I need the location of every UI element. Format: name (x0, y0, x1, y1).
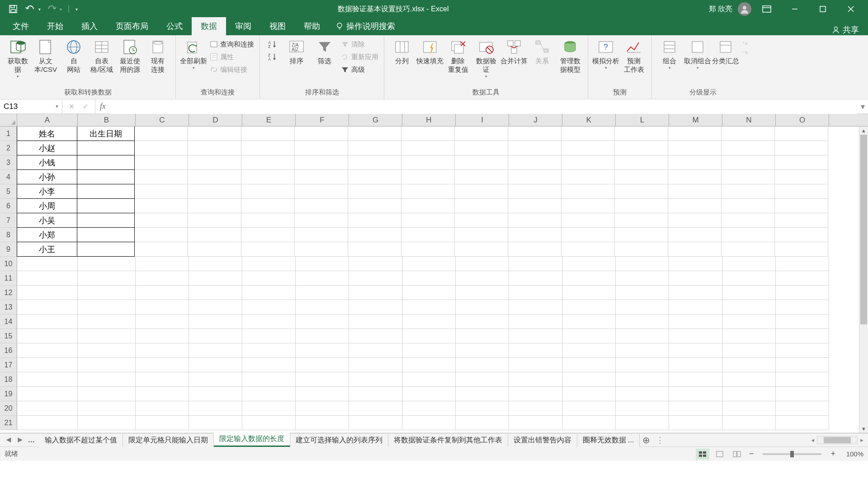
cell[interactable] (136, 401, 189, 416)
cell[interactable] (241, 141, 295, 155)
cell[interactable] (349, 286, 402, 300)
cell[interactable] (349, 401, 402, 416)
cell[interactable] (775, 213, 828, 228)
cell[interactable] (295, 199, 348, 213)
cell[interactable] (561, 170, 615, 184)
cell[interactable] (242, 416, 296, 430)
cell[interactable] (402, 271, 456, 286)
cell[interactable]: 小李 (17, 184, 77, 199)
cell[interactable] (561, 199, 615, 213)
tab-view[interactable]: 视图 (260, 17, 295, 35)
cell[interactable] (189, 271, 242, 286)
cell[interactable] (136, 372, 189, 387)
tab-review[interactable]: 审阅 (226, 17, 260, 35)
cell[interactable] (616, 271, 669, 286)
cell[interactable] (136, 257, 189, 271)
cell[interactable] (669, 271, 722, 286)
tab-help[interactable]: 帮助 (295, 17, 329, 35)
cell[interactable] (295, 170, 348, 184)
cell[interactable] (188, 127, 241, 141)
cell[interactable] (455, 242, 508, 257)
column-header[interactable]: M (669, 114, 722, 126)
cell[interactable] (669, 372, 722, 387)
vertical-scrollbar[interactable]: ▲ ▼ (859, 127, 868, 433)
cell[interactable] (775, 199, 828, 213)
cell[interactable] (241, 170, 295, 184)
cell[interactable] (402, 416, 456, 430)
cell[interactable] (561, 141, 615, 155)
add-sheet-button[interactable]: ⊕ (640, 435, 652, 446)
cell[interactable] (455, 199, 508, 213)
row-header[interactable]: 11 (0, 271, 17, 286)
cell[interactable] (776, 257, 829, 271)
cell[interactable] (241, 228, 295, 242)
row-header[interactable]: 12 (0, 286, 17, 300)
cell[interactable] (348, 141, 401, 155)
cell[interactable] (722, 155, 775, 170)
cell[interactable] (669, 329, 722, 343)
refresh-all-button[interactable]: 全部刷新▾ (179, 37, 208, 71)
cell[interactable] (136, 314, 189, 329)
cell[interactable] (295, 213, 348, 228)
cell[interactable] (78, 387, 136, 401)
cell[interactable] (241, 155, 295, 170)
cell[interactable] (242, 372, 296, 387)
cell[interactable] (615, 155, 668, 170)
cell[interactable] (669, 314, 722, 329)
cell[interactable] (562, 257, 616, 271)
cell[interactable] (135, 184, 188, 199)
cell[interactable] (349, 314, 402, 329)
cell[interactable] (296, 401, 349, 416)
fx-icon[interactable]: fx (95, 102, 110, 111)
cell[interactable] (775, 228, 828, 242)
cell[interactable] (722, 213, 775, 228)
cell[interactable] (295, 127, 348, 141)
cell[interactable] (508, 170, 561, 184)
cell[interactable] (189, 372, 242, 387)
cell[interactable] (17, 372, 78, 387)
row-header[interactable]: 1 (0, 127, 17, 141)
cell[interactable] (189, 387, 242, 401)
cell[interactable] (722, 228, 775, 242)
cell[interactable] (136, 416, 189, 430)
share-button[interactable]: 共享 (823, 24, 868, 35)
cell[interactable] (616, 314, 669, 329)
cell[interactable] (615, 127, 668, 141)
cell[interactable] (136, 329, 189, 343)
cell[interactable] (668, 141, 722, 155)
from-csv-button[interactable]: 从文 本/CSV (32, 37, 60, 75)
cell[interactable] (188, 155, 241, 170)
cell[interactable] (722, 286, 776, 300)
undo-button[interactable] (24, 3, 37, 15)
cell[interactable] (509, 343, 562, 358)
cell[interactable] (296, 343, 349, 358)
cell[interactable] (401, 228, 455, 242)
cell[interactable] (78, 416, 136, 430)
cell[interactable] (616, 257, 669, 271)
cell[interactable] (348, 170, 401, 184)
cell[interactable] (242, 257, 296, 271)
name-box-dropdown-icon[interactable]: ▼ (55, 104, 59, 109)
close-button[interactable] (838, 0, 863, 18)
cell[interactable] (17, 257, 78, 271)
cell[interactable] (776, 372, 829, 387)
cell[interactable] (77, 155, 135, 170)
cell[interactable] (348, 213, 401, 228)
cell[interactable] (509, 257, 562, 271)
row-header[interactable]: 3 (0, 155, 17, 170)
save-button[interactable] (7, 3, 19, 15)
cell[interactable] (455, 184, 508, 199)
cell[interactable] (78, 329, 136, 343)
cell[interactable] (616, 416, 669, 430)
cell[interactable] (401, 170, 455, 184)
cell[interactable] (722, 184, 775, 199)
cell[interactable]: 小孙 (17, 169, 77, 184)
cell[interactable] (456, 416, 509, 430)
sort-desc-button[interactable]: ZA (265, 51, 281, 63)
row-header[interactable]: 10 (0, 257, 17, 271)
cell[interactable] (616, 286, 669, 300)
select-all-corner[interactable] (0, 114, 17, 126)
cell[interactable] (188, 184, 241, 199)
column-header[interactable]: I (456, 114, 509, 126)
cell[interactable] (189, 401, 242, 416)
